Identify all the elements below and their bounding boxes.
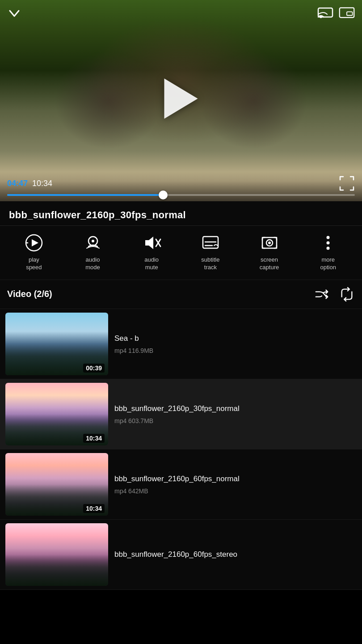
audio-mute-control[interactable]: audiomute <box>122 233 181 271</box>
svg-rect-3 <box>347 12 353 15</box>
audio-mute-icon <box>142 233 161 253</box>
player-controls-row: playspeed audiomode audiomute <box>0 226 362 280</box>
play-speed-control[interactable]: playspeed <box>4 233 63 271</box>
video-list: 00:39 Sea - b mp4 116.9MB 10:34 bbb_sunf… <box>0 309 362 590</box>
video-controls: 04:47 10:34 <box>0 172 362 201</box>
video-name: Sea - b <box>114 334 153 343</box>
video-item[interactable]: 10:34 bbb_sunflower_2160p_30fps_normal m… <box>0 379 362 449</box>
progress-bar[interactable] <box>7 194 355 196</box>
video-meta: mp4 642MB <box>114 487 240 495</box>
repeat-button[interactable] <box>339 286 355 302</box>
video-item[interactable]: bbb_sunflower_2160p_60fps_stereo <box>0 520 362 590</box>
video-thumbnail <box>5 523 108 586</box>
video-meta: mp4 603.7MB <box>114 417 240 424</box>
playlist-header: Video (2/6) <box>0 280 362 309</box>
video-duration: 00:39 <box>83 364 105 373</box>
screen-capture-control[interactable]: screencapture <box>240 233 299 271</box>
player-title-bar: bbb_sunflower_2160p_30fps_normal <box>0 201 362 226</box>
video-thumbnail: 10:34 <box>5 453 108 516</box>
pip-icon[interactable] <box>339 5 355 21</box>
audio-mute-label: audiomute <box>144 256 159 271</box>
more-option-icon <box>318 233 338 253</box>
video-thumbnail: 10:34 <box>5 383 108 445</box>
svg-point-1 <box>320 16 322 18</box>
video-duration: 10:34 <box>83 504 105 513</box>
svg-point-19 <box>327 242 330 245</box>
svg-marker-5 <box>32 239 38 246</box>
player-title: bbb_sunflower_2160p_30fps_normal <box>9 209 353 221</box>
play-button[interactable] <box>164 79 198 119</box>
current-time: 04:47 <box>7 179 28 188</box>
more-option-label: moreoption <box>320 256 336 271</box>
svg-marker-9 <box>145 237 153 249</box>
video-item[interactable]: 10:34 bbb_sunflower_2160p_60fps_normal m… <box>0 449 362 520</box>
video-header <box>0 0 362 27</box>
playlist-title: Video (2/6) <box>7 289 52 299</box>
total-time: 10:34 <box>32 179 52 188</box>
video-name: bbb_sunflower_2160p_60fps_normal <box>114 474 240 484</box>
shuffle-button[interactable] <box>314 286 330 302</box>
collapse-button[interactable] <box>7 6 21 21</box>
svg-point-17 <box>268 242 271 244</box>
play-speed-icon <box>24 233 44 253</box>
video-info: bbb_sunflower_2160p_30fps_normal mp4 603… <box>108 383 246 445</box>
video-name: bbb_sunflower_2160p_30fps_normal <box>114 404 240 414</box>
video-player[interactable]: 04:47 10:34 <box>0 0 362 201</box>
subtitle-track-label: subtitletrack <box>201 256 219 271</box>
svg-point-20 <box>327 247 330 250</box>
audio-mode-icon <box>83 233 103 253</box>
video-duration: 10:34 <box>83 434 105 443</box>
header-icons <box>317 5 355 21</box>
video-thumbnail: 00:39 <box>5 313 108 375</box>
screen-capture-label: screencapture <box>260 256 279 271</box>
playlist-icons <box>314 286 355 302</box>
subtitle-track-icon <box>201 233 220 253</box>
play-speed-label: playspeed <box>26 256 42 271</box>
fullscreen-button[interactable] <box>339 175 355 191</box>
svg-point-8 <box>92 240 94 242</box>
audio-mode-label: audiomode <box>85 256 100 271</box>
video-meta: mp4 116.9MB <box>114 347 153 354</box>
more-option-control[interactable]: moreoption <box>299 233 358 271</box>
video-info: bbb_sunflower_2160p_60fps_normal mp4 642… <box>108 453 246 516</box>
video-info: bbb_sunflower_2160p_60fps_stereo <box>108 523 244 586</box>
audio-mode-control[interactable]: audiomode <box>63 233 122 271</box>
video-item[interactable]: 00:39 Sea - b mp4 116.9MB <box>0 309 362 379</box>
time-row: 04:47 10:34 <box>7 175 355 191</box>
cast-icon[interactable] <box>317 5 333 21</box>
subtitle-track-control[interactable]: subtitletrack <box>181 233 240 271</box>
video-name: bbb_sunflower_2160p_60fps_stereo <box>114 550 237 559</box>
screen-capture-icon <box>260 233 279 253</box>
video-info: Sea - b mp4 116.9MB <box>108 313 160 375</box>
svg-point-18 <box>327 236 330 239</box>
